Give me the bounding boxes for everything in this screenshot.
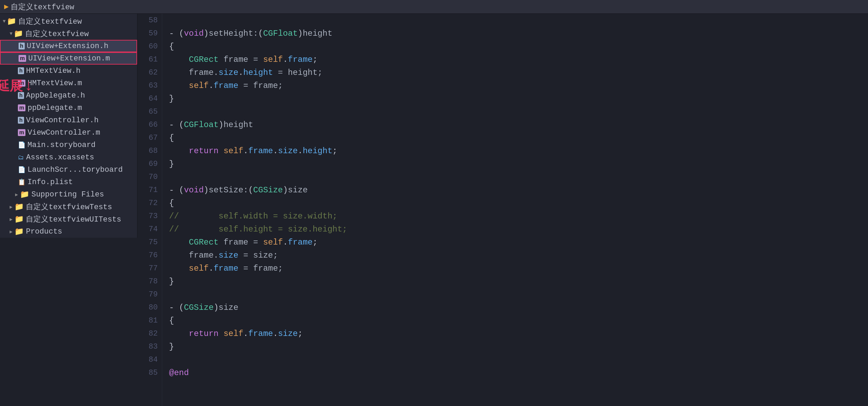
sidebar-item-viewcontroller-m[interactable]: m ViewController.m <box>0 126 137 139</box>
sidebar-item-uiview-m[interactable]: m UIView+Extension.m <box>0 52 137 65</box>
code-token: . <box>243 146 248 156</box>
sidebar-item-assets[interactable]: 🗂 Assets.xcassets <box>0 151 137 163</box>
code-line: @end <box>169 366 861 379</box>
code-token: . <box>273 329 278 338</box>
file-m-icon2: m <box>18 80 25 87</box>
code-token: - <box>169 185 179 195</box>
code-line: - (CGFloat)height <box>169 118 861 131</box>
sidebar-item-hmtextview-h[interactable]: h HMTextView.h <box>0 65 137 77</box>
viewcontroller-m-label: ViewController.m <box>27 128 100 137</box>
storyboard-icon: 📄 <box>18 141 25 149</box>
line-number: 58 <box>137 14 162 27</box>
code-token: frame <box>248 329 273 338</box>
code-token <box>219 329 223 338</box>
uiview-m-label: UIView+Extension.m <box>28 54 110 63</box>
code-token: setHeight: <box>209 29 258 38</box>
code-token: = size; <box>238 251 278 260</box>
line-number: 76 <box>137 249 162 262</box>
sidebar-item-appdelegate-m[interactable]: m ppDelegate.m <box>0 102 137 114</box>
code-line: } <box>169 157 861 170</box>
sidebar-item-products[interactable]: ▶ 📁 Products <box>0 225 137 238</box>
line-number: 64 <box>137 92 162 105</box>
appdelegate-h-label: AppDelegate.h <box>26 91 85 100</box>
code-line: frame.size.height = height; <box>169 66 861 79</box>
code-token: . <box>209 81 213 90</box>
sidebar-item-info-plist[interactable]: 📋 Info.plist <box>0 176 137 188</box>
code-token: } <box>169 277 174 286</box>
line-number: 80 <box>137 301 162 314</box>
code-token: frame <box>288 55 313 64</box>
title-bar-icon: ▶ <box>4 2 9 11</box>
file-h-icon4: h <box>18 117 24 124</box>
sidebar-item-viewcontroller-h[interactable]: h ViewController.h <box>0 114 137 126</box>
code-token: setSize: <box>209 185 248 195</box>
supporting-label: Supporting Files <box>31 190 104 199</box>
code-token: self <box>189 264 209 273</box>
code-line: self.frame = frame; <box>169 79 861 92</box>
sidebar-item-hmtextview-m[interactable]: m HMTextView.m <box>0 77 137 89</box>
code-token: self <box>223 146 243 156</box>
sidebar-item-subgroup[interactable]: ▼ 📁 自定义textfview <box>0 27 137 40</box>
line-number: 79 <box>137 288 162 301</box>
code-token: ) <box>214 303 219 312</box>
sidebar-item-root[interactable]: ▼ 📁 自定义textfview <box>0 15 137 27</box>
code-token <box>169 55 189 64</box>
line-number: 77 <box>137 262 162 275</box>
code-token: frame = <box>219 55 263 64</box>
code-token: ; <box>313 238 318 247</box>
code-token: = height; <box>273 68 322 77</box>
assets-label: Assets.xcassets <box>26 153 94 162</box>
sidebar-item-launch-storyboard[interactable]: 📄 LaunchScr...toryboard <box>0 163 137 176</box>
line-number: 63 <box>137 79 162 92</box>
code-token: { <box>169 133 174 143</box>
code-line <box>169 105 861 118</box>
file-m-icon4: m <box>18 129 25 136</box>
line-number: 61 <box>137 53 162 66</box>
code-token: void <box>184 185 204 195</box>
assets-icon: 🗂 <box>18 154 24 161</box>
code-token <box>219 146 223 156</box>
code-token: ) <box>204 29 209 38</box>
code-line: } <box>169 340 861 353</box>
line-number: 84 <box>137 353 162 366</box>
code-line: { <box>169 196 861 210</box>
folder-icon4: 📁 <box>14 227 24 236</box>
triangle-right-icon4: ▶ <box>10 229 12 235</box>
code-token: ; <box>332 146 337 156</box>
code-line: CGRect frame = self.frame; <box>169 53 861 66</box>
line-number: 59 <box>137 27 162 40</box>
code-line: - (void)setHeight:(CGFloat)height <box>169 27 861 40</box>
code-token: ( <box>258 29 263 38</box>
plist-icon: 📋 <box>18 178 25 186</box>
code-line <box>169 170 861 183</box>
sidebar-item-uitests[interactable]: ▶ 📁 自定义textfviewUITests <box>0 213 137 225</box>
file-m-icon3: m <box>18 104 25 111</box>
code-token: frame <box>248 146 273 156</box>
sidebar-item-main-storyboard[interactable]: 📄 Main.storyboard <box>0 139 137 151</box>
code-line: // self.width = size.width; <box>169 210 861 223</box>
info-plist-label: Info.plist <box>27 178 73 187</box>
code-token <box>169 264 189 273</box>
sidebar-item-appdelegate-h[interactable]: h AppDelegate.h <box>0 89 137 102</box>
file-m-icon: m <box>19 55 26 62</box>
sidebar-item-supporting[interactable]: ▶ 📁 Supporting Files <box>0 188 137 201</box>
code-token: ( <box>179 29 184 38</box>
code-token: self.height = size.height; <box>199 225 347 234</box>
code-token: frame <box>214 81 238 90</box>
code-token: void <box>184 29 204 38</box>
code-token <box>169 238 189 247</box>
code-token: { <box>169 42 174 51</box>
code-line: - (void)setSize:(CGSize)size <box>169 183 861 196</box>
code-token: height <box>303 29 332 38</box>
code-token: ) <box>298 29 303 38</box>
sidebar-item-uiview-h[interactable]: h UIView+Extension.h <box>0 40 137 52</box>
line-number: 69 <box>137 157 162 170</box>
sidebar-item-tests[interactable]: ▶ 📁 自定义textfviewTests <box>0 201 137 213</box>
code-line: } <box>169 275 861 288</box>
line-number: 73 <box>137 210 162 223</box>
code-token: ; <box>298 329 302 338</box>
triangle-right-icon: ▶ <box>15 192 18 198</box>
code-token: . <box>283 238 288 247</box>
code-token: . <box>283 55 288 64</box>
code-editor: 5859606162636465666768697071727374757677… <box>137 14 868 406</box>
